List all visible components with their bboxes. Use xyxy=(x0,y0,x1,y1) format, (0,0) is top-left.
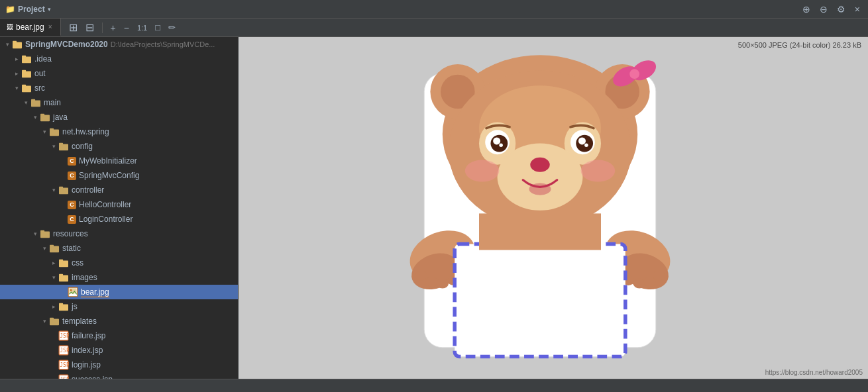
svg-rect-5 xyxy=(22,70,26,72)
controller-folder-icon xyxy=(58,185,69,195)
svg-point-66 xyxy=(499,144,503,148)
project-tree: SpringMVCDemo2020 D:\IdeaProjects\Spring… xyxy=(0,37,239,379)
tree-static[interactable]: static xyxy=(0,241,238,256)
tree-success-jsp[interactable]: JSP success.jsp xyxy=(0,372,238,379)
tree-idea[interactable]: .idea xyxy=(0,52,238,66)
static-label: static xyxy=(62,244,81,253)
svg-point-65 xyxy=(493,137,500,144)
login-jsp-icon: JSP xyxy=(58,360,69,369)
svg-rect-2 xyxy=(22,57,31,64)
tab-bear-jpg[interactable]: 🖼 bear.jpg × xyxy=(0,19,61,36)
svg-rect-0 xyxy=(13,42,22,49)
config-folder-icon xyxy=(58,142,69,151)
hellocontroller-label: HelloController xyxy=(79,200,131,209)
login-jsp-label: login.jsp xyxy=(72,360,101,369)
svg-point-70 xyxy=(578,137,586,144)
tree-springmvcconfig[interactable]: C SpringMvcConfig xyxy=(0,168,238,183)
zoom-in-btn[interactable]: + xyxy=(108,21,119,34)
tree-index-jsp[interactable]: JSP index.jsp xyxy=(0,343,238,358)
project-dropdown-arrow[interactable]: ▾ xyxy=(48,6,51,13)
bear-jpg-icon xyxy=(68,287,78,297)
config-label: config xyxy=(72,142,93,151)
images-label: images xyxy=(72,273,97,282)
image-info-text: 500×500 JPEG (24-bit color) 26.23 kB xyxy=(738,41,861,49)
tree-src[interactable]: src xyxy=(0,81,238,95)
svg-rect-89 xyxy=(455,244,625,356)
tree-images[interactable]: images xyxy=(0,270,238,285)
tree-logincontroller[interactable]: C LoginController xyxy=(0,212,238,226)
project-menu[interactable]: 📁 Project ▾ xyxy=(5,5,125,14)
collapse-icon-btn[interactable]: ⊖ xyxy=(817,3,830,16)
templates-arrow xyxy=(40,318,49,324)
springmvcconfig-icon: C xyxy=(68,172,76,180)
main-label: main xyxy=(44,98,61,107)
tree-main[interactable]: main xyxy=(0,95,238,110)
failure-jsp-icon: JSP xyxy=(58,331,69,340)
svg-rect-8 xyxy=(31,101,40,107)
tree-mywebinitializer[interactable]: C MyWebInitializer xyxy=(0,154,238,168)
tree-bear-jpg[interactable]: bear.jpg xyxy=(0,285,238,299)
svg-rect-31 xyxy=(50,319,59,326)
java-label: java xyxy=(53,113,68,122)
svg-rect-30 xyxy=(59,303,63,305)
add-icon-btn[interactable]: ⊕ xyxy=(800,3,813,16)
svg-rect-90 xyxy=(479,213,601,250)
tree-controller[interactable]: controller xyxy=(0,183,238,197)
svg-rect-12 xyxy=(50,130,59,136)
bear-jpg-label: bear.jpg xyxy=(81,287,109,297)
tree-net-hw-spring[interactable]: net.hw.spring xyxy=(0,124,238,139)
tree-resources[interactable]: resources xyxy=(0,226,238,241)
fit-page-btn[interactable]: ⊞ xyxy=(66,20,80,35)
tree-hellocontroller[interactable]: C HelloController xyxy=(0,197,238,212)
tree-failure-jsp[interactable]: JSP failure.jsp xyxy=(0,328,238,343)
watermark-text: https://blog.csdn.net/howard2005 xyxy=(765,369,863,376)
static-arrow xyxy=(40,245,49,252)
zoom-out-btn[interactable]: − xyxy=(121,21,132,34)
svg-rect-16 xyxy=(59,188,68,195)
grid-btn[interactable]: ⊟ xyxy=(83,20,97,35)
frame-btn[interactable]: □ xyxy=(152,21,163,34)
tab-file-icon: 🖼 xyxy=(7,23,13,30)
out-folder-icon xyxy=(21,69,32,78)
actual-size-btn[interactable]: 1:1 xyxy=(135,23,150,33)
tree-js[interactable]: js xyxy=(0,299,238,314)
close-icon-btn[interactable]: × xyxy=(852,3,863,16)
java-arrow xyxy=(30,114,40,121)
svg-rect-22 xyxy=(59,261,68,268)
edit-btn[interactable]: ✏ xyxy=(166,21,178,34)
svg-rect-9 xyxy=(31,99,35,101)
svg-rect-14 xyxy=(59,144,68,151)
tree-config[interactable]: config xyxy=(0,139,238,154)
svg-rect-6 xyxy=(22,86,31,93)
logincontroller-icon: C xyxy=(68,215,76,224)
svg-point-74 xyxy=(529,183,551,195)
main-arrow xyxy=(21,99,30,106)
tree-login-jsp[interactable]: JSP login.jsp xyxy=(0,358,238,372)
nethwspring-arrow xyxy=(40,128,49,135)
out-label: out xyxy=(34,69,46,78)
svg-point-72 xyxy=(498,144,583,211)
viewer-toolbar: ⊞ ⊟ + − 1:1 □ ✏ xyxy=(61,20,184,35)
project-label: Project xyxy=(18,5,45,14)
svg-rect-23 xyxy=(59,260,63,262)
tab-close-btn[interactable]: × xyxy=(47,23,54,31)
resources-arrow xyxy=(30,230,40,237)
tree-out[interactable]: out xyxy=(0,66,238,81)
tree-templates[interactable]: templates xyxy=(0,314,238,328)
tree-root[interactable]: SpringMVCDemo2020 D:\IdeaProjects\Spring… xyxy=(0,37,238,52)
resources-label: resources xyxy=(53,229,88,238)
images-arrow xyxy=(49,274,58,281)
tree-css[interactable]: css xyxy=(0,256,238,270)
tab-label: bear.jpg xyxy=(16,23,44,32)
js-folder-icon xyxy=(58,302,69,311)
svg-rect-1 xyxy=(13,41,17,43)
svg-point-88 xyxy=(653,271,665,281)
controller-label: controller xyxy=(72,185,104,195)
tree-java[interactable]: java xyxy=(0,110,238,124)
svg-rect-19 xyxy=(40,230,44,232)
settings-icon-btn[interactable]: ⚙ xyxy=(834,3,848,16)
svg-point-71 xyxy=(584,144,588,148)
svg-point-75 xyxy=(465,160,500,181)
svg-rect-3 xyxy=(22,56,26,58)
bear-image xyxy=(388,39,719,377)
